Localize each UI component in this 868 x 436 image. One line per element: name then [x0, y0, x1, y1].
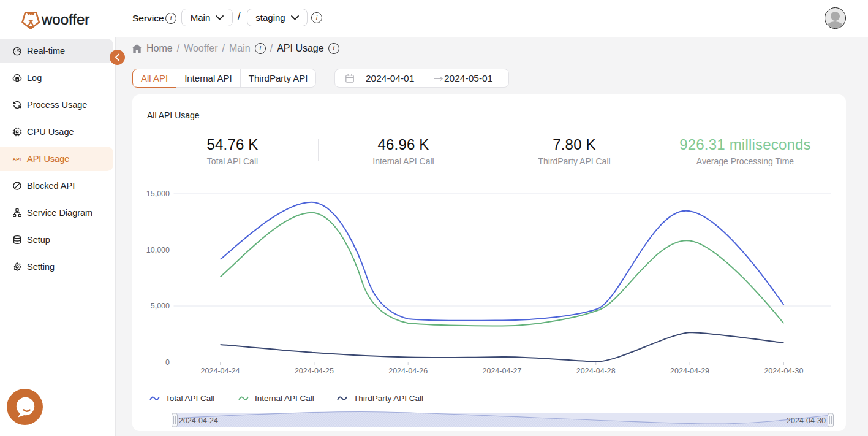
svg-text:5,000: 5,000	[151, 302, 170, 310]
svg-text:Total API Call: Total API Call	[165, 394, 214, 403]
svg-text:0: 0	[165, 358, 170, 367]
svg-text:2024-04-30: 2024-04-30	[764, 367, 803, 375]
svg-text:ThirdParty API Call: ThirdParty API Call	[353, 394, 423, 403]
svg-text:2024-04-28: 2024-04-28	[576, 367, 616, 375]
svg-text:2024-04-25: 2024-04-25	[295, 367, 334, 375]
svg-text:Internal API Call: Internal API Call	[255, 394, 314, 403]
svg-text:2024-04-26: 2024-04-26	[388, 367, 428, 375]
svg-text:2024-04-24: 2024-04-24	[201, 367, 240, 375]
svg-text:2024-04-24: 2024-04-24	[179, 416, 218, 425]
svg-text:2024-04-27: 2024-04-27	[483, 367, 522, 375]
svg-text:15,000: 15,000	[146, 189, 170, 198]
svg-text:10,000: 10,000	[146, 246, 170, 254]
svg-text:API: API	[13, 156, 21, 163]
svg-text:2024-04-29: 2024-04-29	[670, 367, 709, 375]
svg-text:2024-04-30: 2024-04-30	[787, 416, 826, 425]
